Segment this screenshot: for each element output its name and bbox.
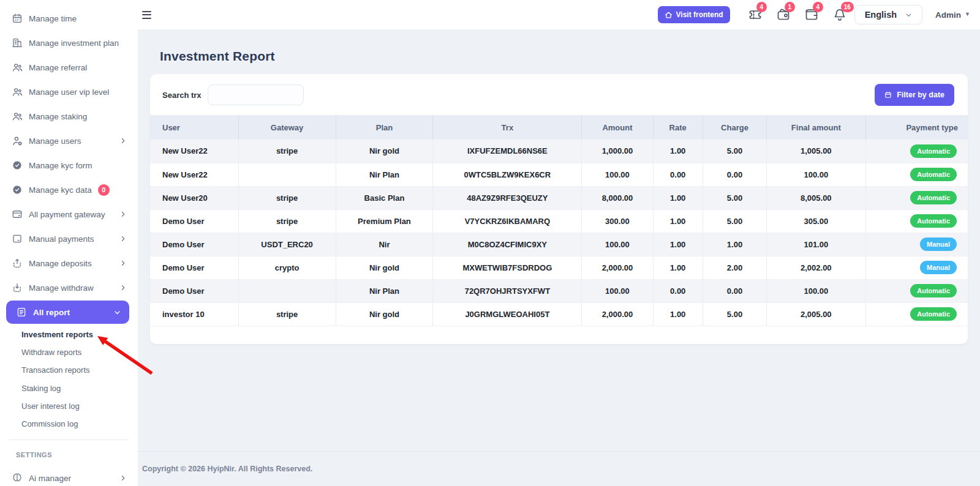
- language-select[interactable]: English: [854, 5, 922, 24]
- cell-plan: Nir gold: [336, 302, 433, 326]
- chevron-down-icon: [113, 308, 121, 316]
- cell-final-amount: 2,002.00: [767, 256, 866, 279]
- sidebar-item-manage-time[interactable]: Manage time: [0, 6, 138, 31]
- cell-trx: IXFUFZEMDL66NS6E: [433, 140, 582, 163]
- cell-payment-type: Automatic: [865, 279, 968, 302]
- sidebar-item-manage-withdraw[interactable]: Manage withdraw: [0, 275, 138, 300]
- sidebar-item-manage-staking[interactable]: Manage staking: [0, 104, 138, 129]
- sidebar-item-manage-kyc-form[interactable]: Manage kyc form: [0, 153, 138, 178]
- cell-gateway: crypto: [238, 256, 336, 279]
- sidebar-item-manage-referral[interactable]: Manage referral: [0, 55, 138, 80]
- sidebar-subitem-user-interest-log[interactable]: User interest log: [0, 397, 138, 415]
- payment-type-badge: Automatic: [910, 144, 957, 158]
- withdraw-icon: [11, 282, 23, 294]
- count-badge: 0: [98, 184, 110, 196]
- cell-rate: 1.00: [653, 209, 703, 233]
- sidebar-item-manage-user-vip-level[interactable]: Manage user vip level: [0, 80, 138, 104]
- ticket-icon[interactable]: 4: [748, 7, 763, 22]
- sidebar-item-label: Manual payments: [29, 234, 94, 244]
- hamburger-menu-icon[interactable]: [142, 11, 151, 19]
- cell-amount: 2,000.00: [582, 256, 653, 279]
- search-trx-input[interactable]: [208, 84, 304, 105]
- credit-card-icon: [11, 208, 23, 220]
- badge-check-icon: [11, 184, 23, 196]
- sidebar-subitem-transaction-reports[interactable]: Transaction reports: [0, 361, 138, 379]
- brain-icon: [11, 472, 23, 484]
- column-header-rate: Rate: [653, 115, 703, 140]
- cell-user: New User22: [150, 140, 238, 163]
- topbar-right: Visit frontend 41416 English Admin ▼: [658, 5, 970, 24]
- sidebar-item-manage-users[interactable]: Manage users: [0, 129, 138, 153]
- sidebar-item-all-payment-gateway[interactable]: All payment gateway: [0, 202, 138, 226]
- sidebar-subitem-commission-log[interactable]: Commission log: [0, 415, 138, 433]
- column-header-plan: Plan: [336, 115, 433, 140]
- users-icon: [11, 86, 23, 98]
- topbar: Visit frontend 41416 English Admin ▼: [138, 0, 980, 29]
- cell-trx: MXWETWIB7FSDRDOG: [433, 256, 582, 279]
- cell-charge: 0.00: [703, 279, 766, 302]
- cell-trx: 48AZ9Z9RFE3QEUZY: [433, 186, 582, 209]
- sidebar-subitem-withdraw-reports[interactable]: Withdraw reports: [0, 343, 138, 361]
- filter-by-date-label: Filter by date: [897, 91, 944, 99]
- cell-rate: 1.00: [653, 140, 703, 163]
- sidebar-item-label: All payment gateway: [29, 210, 105, 219]
- cell-gateway: [238, 279, 336, 302]
- sidebar: Manage timeManage investment planManage …: [0, 0, 138, 486]
- notification-badge: 1: [785, 2, 795, 12]
- cell-rate: 0.00: [653, 163, 703, 186]
- cell-final-amount: 305.00: [767, 209, 866, 233]
- sidebar-subitem-staking-log[interactable]: Staking log: [0, 379, 138, 397]
- cell-final-amount: 100.00: [767, 279, 866, 302]
- admin-menu[interactable]: Admin ▼: [935, 10, 970, 20]
- cell-plan: Nir gold: [336, 140, 433, 163]
- cell-amount: 8,000.00: [582, 186, 653, 209]
- table-row: New User20stripeBasic Plan48AZ9Z9RFE3QEU…: [150, 186, 968, 209]
- column-header-gateway: Gateway: [238, 115, 336, 140]
- cell-gateway: [238, 163, 336, 186]
- visit-frontend-label: Visit frontend: [676, 10, 723, 19]
- sidebar-item-manage-deposits[interactable]: Manage deposits: [0, 251, 138, 275]
- cell-user: Demo User: [150, 233, 238, 256]
- column-header-trx: Trx: [433, 115, 582, 140]
- cell-trx: M0C8OZ4CFIMIC9XY: [433, 233, 582, 256]
- sidebar-item-label: Manage users: [29, 136, 81, 146]
- cell-plan: Nir: [336, 233, 433, 256]
- admin-label: Admin: [935, 10, 961, 20]
- sidebar-item-ai-manager[interactable]: Ai manager: [0, 466, 138, 486]
- sidebar-subitem-investment-reports[interactable]: Investment reports: [0, 326, 138, 343]
- sidebar-item-label: Ai manager: [29, 474, 71, 483]
- payment-type-badge: Manual: [920, 237, 957, 251]
- cell-plan: Nir gold: [336, 256, 433, 279]
- cell-charge: 5.00: [703, 209, 766, 233]
- chevron-down-icon: [905, 12, 912, 18]
- sidebar-item-label: Manage deposits: [29, 259, 92, 268]
- sidebar-item-manage-investment-plan[interactable]: Manage investment plan: [0, 31, 138, 55]
- sidebar-item-all-report[interactable]: All report: [6, 301, 129, 324]
- cell-charge: 5.00: [703, 302, 766, 326]
- page-title: Investment Report: [160, 48, 968, 64]
- notification-badge: 16: [841, 2, 854, 12]
- wallet-coin-icon[interactable]: 1: [776, 7, 791, 22]
- wallet-icon[interactable]: 4: [804, 7, 819, 22]
- payment-type-badge: Automatic: [910, 168, 957, 181]
- cell-plan: Nir Plan: [336, 279, 433, 302]
- users-icon: [11, 61, 23, 73]
- settings-section-label: SETTINGS: [0, 440, 138, 460]
- sidebar-item-label: Manage kyc form: [29, 161, 92, 170]
- sidebar-item-manual-payments[interactable]: Manual payments: [0, 226, 138, 251]
- cell-rate: 0.00: [653, 279, 703, 302]
- filter-by-date-button[interactable]: Filter by date: [875, 84, 954, 106]
- visit-frontend-button[interactable]: Visit frontend: [658, 6, 730, 23]
- cell-amount: 300.00: [582, 209, 653, 233]
- cell-charge: 0.00: [703, 163, 766, 186]
- cell-trx: V7YCKRZ6IKBAMARQ: [433, 209, 582, 233]
- investment-table: UserGatewayPlanTrxAmountRateChargeFinal …: [150, 115, 968, 326]
- notification-badge: 4: [756, 2, 767, 12]
- cell-final-amount: 2,005.00: [767, 302, 866, 326]
- sidebar-item-label: All report: [33, 308, 70, 317]
- footer: Copyright © 2026 HyipNir. All Rights Res…: [138, 451, 980, 486]
- sidebar-item-manage-kyc-data[interactable]: Manage kyc data0: [0, 178, 138, 202]
- sidebar-item-label: Manage kyc data: [29, 185, 92, 195]
- report-icon: [15, 306, 28, 318]
- bell-icon[interactable]: 16: [832, 7, 847, 22]
